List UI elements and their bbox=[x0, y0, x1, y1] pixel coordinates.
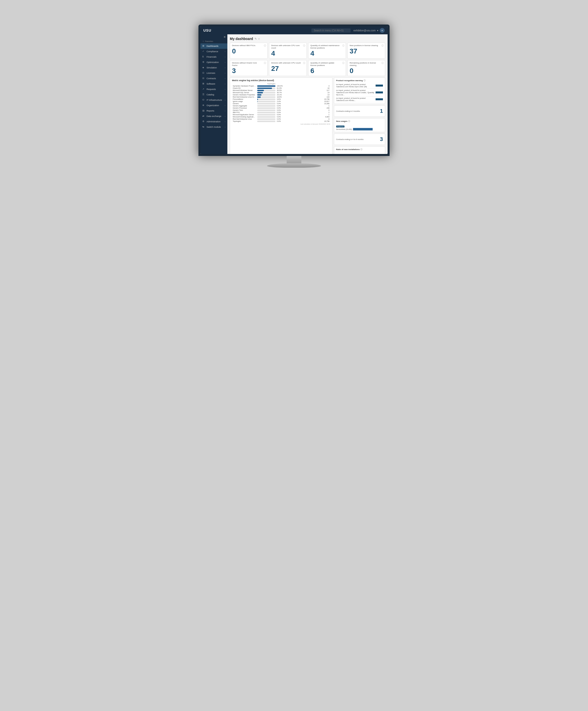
sidebar-item-software[interactable]: ⊠ Software › bbox=[200, 81, 227, 87]
metric-row-percent: 0.0% bbox=[276, 118, 304, 120]
widget-w3[interactable]: ⓘ Quantity of unlinked maintenance licen… bbox=[308, 43, 346, 59]
widget-info-icon[interactable]: ⓘ bbox=[382, 62, 384, 65]
sidebar-item-label: Requests bbox=[206, 88, 216, 90]
metric-row: Red Hat Enterprise Linux 0.0% 8 bbox=[232, 118, 330, 120]
metric-row-percent: 0.0% bbox=[276, 111, 304, 113]
widget-info-icon[interactable]: ⓘ bbox=[264, 44, 266, 47]
metric-engine-card: Metric engine log entries (device-based)… bbox=[230, 78, 333, 154]
metric-row-percent: 81.3% bbox=[276, 87, 304, 89]
frequency-badge: Frequency bbox=[336, 126, 344, 128]
widget-grid: ⓘ Devices without IBM PVUs 0 ⓘ Devices w… bbox=[230, 43, 385, 76]
chevron-icon: › bbox=[225, 115, 225, 117]
metric-row: Ignore usage 2.4% 10,617 bbox=[232, 100, 330, 103]
monitor-base bbox=[267, 163, 321, 168]
metric-row-label: Generic Tiers bbox=[232, 109, 256, 111]
metric-row-label: Generic bbox=[232, 103, 256, 105]
sidebar-item-administration[interactable]: ⚙ Administration › bbox=[200, 119, 227, 124]
sidebar-item-it-infrastructure[interactable]: ⛁ IT Infrastructure › bbox=[200, 97, 227, 103]
metric-row: Symantec Hardware Properties 100.0% 3 bbox=[232, 85, 330, 87]
sidebar-item-dashboards[interactable]: ⊞ Dashboards bbox=[200, 43, 227, 49]
search-input[interactable] bbox=[311, 28, 350, 33]
sidebar-item-catalog[interactable]: ☰ Catalog › bbox=[200, 92, 227, 97]
metric-table: Topologies Symantec Hardware Properties … bbox=[232, 83, 330, 122]
metric-row-label: Oracle 6G bbox=[232, 87, 256, 89]
sidebar-item-switch-module[interactable]: ⇆ Switch module › bbox=[200, 124, 227, 130]
sidebar-item-financials[interactable]: $ Financials › bbox=[200, 54, 227, 60]
info-icon[interactable]: ⓘ bbox=[364, 79, 365, 82]
widget-value: 4 bbox=[311, 50, 344, 57]
sidebar: ✕ ☆ Favorites ⊞ Dashboards ✓ Compliance … bbox=[200, 34, 227, 154]
user-email: exhibition@usu.com bbox=[354, 29, 376, 32]
contracts-3-value: 1 bbox=[380, 108, 383, 114]
metric-row-label: Microsoft SQL Server bbox=[232, 91, 256, 94]
widget-info-icon[interactable]: ⓘ bbox=[382, 44, 384, 47]
data-exchange-icon: ⇄ bbox=[202, 115, 205, 118]
metric-row-count: 144 bbox=[304, 96, 330, 98]
info-icon[interactable]: ⓘ bbox=[348, 120, 350, 123]
metric-row-percent: 35.5% bbox=[276, 89, 304, 91]
sidebar-item-simulation[interactable]: ◈ Simulation › bbox=[200, 65, 227, 70]
page-header: My dashboard ✎ ☆ bbox=[230, 37, 385, 41]
info-icon[interactable]: ⓘ bbox=[360, 148, 362, 151]
sidebar-item-data-exchange[interactable]: ⇄ Data exchange › bbox=[200, 113, 227, 119]
sidebar-item-requests[interactable]: ↗ Requests › bbox=[200, 87, 227, 92]
contracts-3-card: Contracts ending in 3 months 1 bbox=[334, 105, 385, 117]
metric-row-count: 14 bbox=[304, 91, 330, 94]
content-area: My dashboard ✎ ☆ ⓘ Devices without IBM P… bbox=[227, 34, 388, 154]
chevron-icon: › bbox=[225, 72, 225, 74]
widget-value: 37 bbox=[349, 48, 383, 55]
widget-info-icon[interactable]: ⓘ bbox=[303, 62, 305, 65]
chevron-icon: › bbox=[225, 121, 225, 123]
widget-info-icon[interactable]: ⓘ bbox=[342, 62, 344, 65]
metric-row-label: Generic Hardware Properties bbox=[232, 94, 256, 96]
chevron-icon: › bbox=[225, 99, 225, 101]
catalog-icon: ☰ bbox=[202, 93, 205, 96]
star-icon[interactable]: ☆ bbox=[258, 37, 260, 40]
metric-row: Red Hat Enterprise Linux Guest-based 18.… bbox=[232, 96, 330, 98]
avatar[interactable]: e bbox=[380, 28, 385, 33]
widget-value: 0 bbox=[349, 67, 383, 74]
widget-w1[interactable]: ⓘ Devices without IBM PVUs 0 bbox=[230, 43, 268, 59]
new-usages-title: New usages ⓘ bbox=[336, 120, 383, 123]
dashboards-icon: ⊞ bbox=[202, 45, 205, 47]
warning-bar bbox=[376, 91, 383, 93]
metric-row-count: 248 bbox=[304, 107, 330, 109]
widget-w6[interactable]: ⓘ Devices with unknown CPU count 27 bbox=[269, 60, 307, 76]
sidebar-item-compliance[interactable]: ✓ Compliance › bbox=[200, 49, 227, 54]
metric-row-label: Microsoft Application Server bbox=[232, 113, 256, 116]
edit-icon[interactable]: ✎ bbox=[254, 37, 257, 40]
sidebar-item-label: Compliance bbox=[206, 50, 218, 53]
it-infrastructure-icon: ⛁ bbox=[202, 99, 205, 102]
metric-row-bar bbox=[256, 89, 276, 91]
sidebar-item-reports[interactable]: ▤ Reports › bbox=[200, 108, 227, 113]
sidebar-item-organization[interactable]: ⊕ Organization › bbox=[200, 103, 227, 108]
chevron-icon: › bbox=[225, 94, 225, 96]
widget-info-icon[interactable]: ⓘ bbox=[264, 62, 266, 65]
sidebar-item-label: Simulation bbox=[206, 66, 217, 69]
sidebar-item-label: Organization bbox=[206, 104, 219, 107]
sidebar-item-label: Data exchange bbox=[206, 115, 222, 117]
widget-w7[interactable]: ⓘ Quantity of unlinked update license po… bbox=[308, 60, 346, 76]
widget-w4[interactable]: ⓘ New positions in license clearing 37 bbox=[347, 43, 385, 59]
widget-w2[interactable]: ⓘ Devices with unknown CPU core count 4 bbox=[269, 43, 307, 59]
sidebar-close-button[interactable]: ✕ bbox=[200, 34, 227, 40]
sidebar-item-optimization[interactable]: ⚙ Optimization › bbox=[200, 60, 227, 65]
chevron-icon: › bbox=[225, 56, 225, 58]
metric-row-percent: 0.0% bbox=[276, 109, 304, 111]
close-icon[interactable]: ✕ bbox=[223, 35, 226, 39]
widget-title: Devices with unknown CPU count bbox=[271, 62, 301, 64]
metric-row-bar bbox=[256, 113, 276, 116]
sidebar-item-contracts[interactable]: ⊟ Contracts › bbox=[200, 76, 227, 81]
sidebar-item-label: Licenses bbox=[206, 72, 216, 74]
chevron-down-icon: ▾ bbox=[377, 29, 378, 32]
metric-row-label: IBM PVU bbox=[232, 111, 256, 113]
widget-w8[interactable]: ⓘ Remaining positions in license clearin… bbox=[347, 60, 385, 76]
user-area: exhibition@usu.com ▾ e bbox=[354, 28, 385, 33]
software-icon: ⊠ bbox=[202, 82, 205, 85]
widget-info-icon[interactable]: ⓘ bbox=[342, 44, 344, 47]
widget-w5[interactable]: ⓘ Devices without Oracle Core Factor 3 bbox=[230, 60, 268, 76]
metric-row-count: 10,738 bbox=[304, 120, 330, 122]
metric-col-label bbox=[232, 83, 256, 85]
widget-info-icon[interactable]: ⓘ bbox=[303, 44, 305, 47]
sidebar-item-licenses[interactable]: ⊡ Licenses › bbox=[200, 70, 227, 76]
